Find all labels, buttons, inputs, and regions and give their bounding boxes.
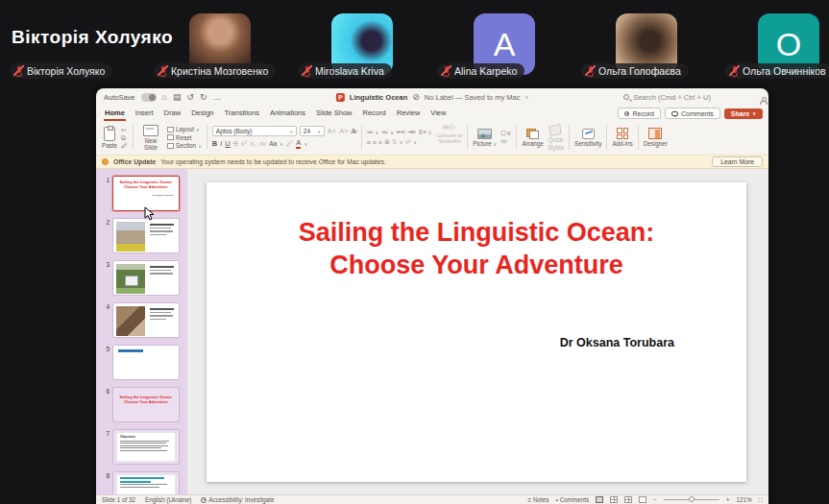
cut-icon[interactable]: ✂ [121, 127, 128, 134]
tab-design[interactable]: Design [190, 107, 214, 121]
outdent-icon[interactable]: ⇤≡ [397, 129, 404, 136]
thumbnail-slide-1[interactable]: 1 Sailing the Linguistic Ocean:Choose Yo… [96, 174, 187, 213]
slide-title[interactable]: Sailing the Linguistic Ocean: Choose You… [207, 217, 746, 282]
save-status[interactable]: No Label — Saved to my Mac [425, 93, 521, 102]
grid-view-button[interactable] [624, 496, 632, 503]
underline-button[interactable]: U [225, 139, 230, 148]
reading-view-button[interactable] [639, 496, 646, 503]
picture-button[interactable]: Picture ∨ [473, 129, 497, 147]
zoom-slider-knob[interactable] [689, 496, 695, 502]
notes-button[interactable]: ≡Notes [528, 496, 549, 503]
thumbnail-slide-2[interactable]: 2 [96, 216, 187, 255]
thumbnail-slide-4[interactable]: 4 [96, 300, 187, 340]
tab-view[interactable]: View [429, 107, 447, 121]
learn-more-button[interactable]: Learn More [712, 156, 763, 167]
reset-button[interactable]: Reset [167, 134, 202, 141]
thumbnail-slide-5[interactable]: 5 [96, 343, 187, 382]
tab-draw[interactable]: Draw [163, 107, 183, 121]
designer-button[interactable]: Designer [644, 123, 668, 152]
shrink-font-icon[interactable]: A˅ [339, 127, 348, 135]
tab-review[interactable]: Review [396, 107, 422, 121]
normal-view-button[interactable] [596, 496, 603, 503]
highlight-color-icon[interactable]: 🖊 [286, 139, 294, 148]
addins-button[interactable]: Add-ins [612, 123, 632, 152]
search-box[interactable]: Search (Cmd + Ctrl + U) [623, 93, 711, 102]
shapes-icon[interactable]: ⬠∨ [500, 130, 511, 137]
save-icon[interactable]: ▤ [173, 92, 182, 102]
font-color-icon[interactable]: A [296, 138, 301, 149]
accessibility-status[interactable]: ✦ Accessibility: Investigate [201, 496, 274, 503]
align-text-icon[interactable]: ⇄ [405, 138, 410, 146]
align-right-icon[interactable]: ≡ [378, 139, 381, 146]
strikethrough-button[interactable]: S [233, 139, 238, 148]
slide-thumbnail-panel[interactable]: 1 Sailing the Linguistic Ocean:Choose Yo… [96, 169, 187, 494]
thumbnail-slide-7[interactable]: 7 Objectives [96, 427, 187, 467]
comments-button[interactable]: Comments [665, 108, 720, 119]
new-slide-button[interactable]: New Slide [138, 125, 163, 151]
clear-formatting-icon[interactable]: A̷ [352, 127, 356, 135]
sensitivity-button[interactable]: Sensitivity [574, 123, 601, 152]
text-direction-icon[interactable]: ⇅ [392, 138, 397, 146]
zoom-slider[interactable] [664, 499, 719, 500]
thumbnail-slide-3[interactable]: 3 [96, 258, 187, 298]
tab-slide-show[interactable]: Slide Show [315, 107, 354, 121]
zoom-level[interactable]: 121% [736, 496, 751, 503]
numbering-icon[interactable]: ≕ [381, 129, 387, 136]
redo-icon[interactable]: ↻ [200, 92, 207, 102]
status-bar: Slide 1 of 32 English (Ukraine) ✦ Access… [96, 494, 768, 504]
more-commands-icon[interactable]: … [213, 92, 222, 102]
tab-animations[interactable]: Animations [269, 107, 306, 121]
bold-button[interactable]: B [212, 139, 217, 148]
tab-record[interactable]: Record [362, 107, 387, 121]
grow-font-icon[interactable]: A˄ [328, 127, 336, 135]
tab-home[interactable]: Home [104, 107, 126, 121]
slide-author[interactable]: Dr Oksana Torubara [207, 336, 674, 349]
zoom-out-button[interactable]: − [653, 496, 657, 503]
convert-smartart-button[interactable]: Convert to SmartArt [436, 123, 462, 152]
paste-button[interactable]: Paste [102, 127, 117, 149]
zoom-in-button[interactable]: + [726, 496, 730, 503]
font-size-combo[interactable]: 24∨ [300, 126, 325, 136]
autosave-label: AutoSave [104, 93, 135, 102]
language-indicator[interactable]: English (Ukraine) [145, 496, 191, 503]
share-button[interactable]: Share∨ [724, 108, 763, 119]
thumbnail-slide-8[interactable]: 8 [96, 469, 187, 494]
superscript-icon[interactable]: x² [241, 139, 247, 148]
comments-pane-button[interactable]: ▪Comments [556, 496, 590, 503]
record-icon [624, 111, 629, 116]
fit-to-window-icon[interactable]: ⛶ [759, 496, 763, 504]
align-left-icon[interactable]: ≡ [367, 139, 370, 146]
character-spacing-icon[interactable]: AV [259, 141, 267, 147]
format-painter-icon[interactable]: 🖉 [121, 142, 128, 149]
current-slide[interactable]: Sailing the Linguistic Ocean: Choose You… [207, 182, 746, 482]
autosave-toggle[interactable] [141, 93, 157, 102]
tab-insert[interactable]: Insert [134, 107, 155, 121]
quick-styles-button[interactable]: Quick Styles [548, 125, 564, 151]
record-button[interactable]: Record [618, 108, 661, 119]
slide-counter[interactable]: Slide 1 of 32 [102, 496, 135, 503]
font-name-combo[interactable]: Aptos (Body)∨ [212, 126, 297, 136]
section-menu[interactable]: Section∨ [167, 142, 202, 149]
copy-icon[interactable]: ⧉ [121, 134, 128, 142]
align-center-icon[interactable]: ≡ [373, 139, 376, 146]
subscript-icon[interactable]: x₂ [250, 139, 256, 148]
thumbnail-slide-6[interactable]: 6 Sailing the Linguistic Ocean:Choose Yo… [96, 385, 187, 424]
home-icon[interactable]: ⌂ [162, 92, 167, 102]
layout-menu[interactable]: Layout∨ [167, 126, 202, 132]
undo-icon[interactable]: ↺ [186, 92, 194, 102]
justify-icon[interactable]: ≣ [384, 138, 389, 146]
indent-icon[interactable]: ⇥≡ [407, 129, 415, 136]
tab-transitions[interactable]: Transitions [223, 107, 259, 121]
italic-button[interactable]: I [220, 139, 222, 148]
document-title[interactable]: Linguistic Ocean [350, 93, 407, 102]
reset-icon [167, 134, 174, 140]
arrange-button[interactable]: Arrange [522, 129, 543, 147]
line-spacing-icon[interactable]: ⇕≡ [418, 129, 426, 136]
slide-editor[interactable]: Sailing the Linguistic Ocean: Choose You… [187, 169, 768, 494]
text-box-icon[interactable]: ▭ [500, 137, 511, 145]
bullets-icon[interactable]: ≔ [367, 129, 373, 136]
slide-sorter-view-button[interactable] [610, 496, 618, 503]
change-case-icon[interactable]: Aa [269, 140, 277, 147]
avatar-initial: O [776, 26, 801, 63]
chevron-down-icon: ∨ [317, 129, 321, 134]
